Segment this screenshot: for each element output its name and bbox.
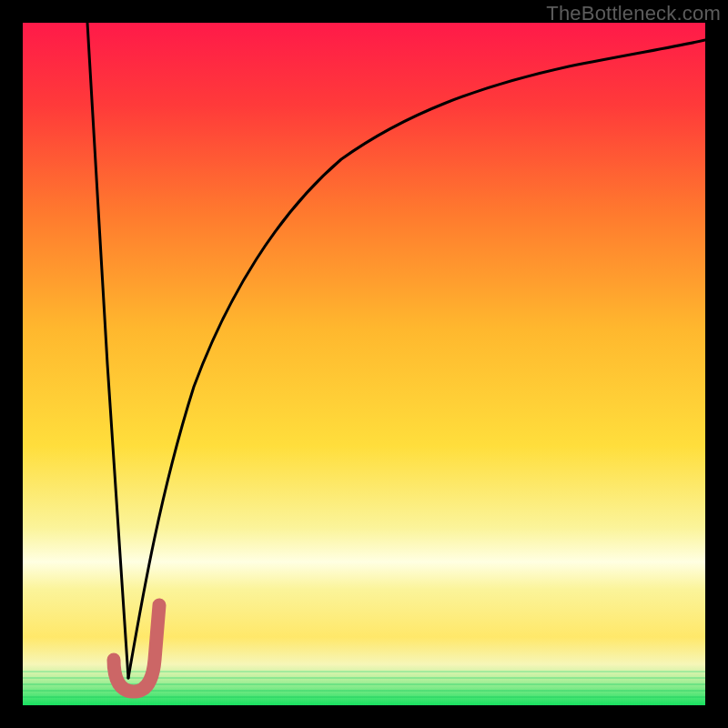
plot-area bbox=[23, 23, 705, 705]
curve-left-descent bbox=[87, 23, 128, 678]
curves bbox=[23, 23, 705, 705]
watermark-text: TheBottleneck.com bbox=[546, 2, 721, 25]
j-marker bbox=[114, 605, 159, 692]
curve-right-ascent bbox=[128, 40, 705, 678]
chart-frame: TheBottleneck.com bbox=[0, 0, 728, 728]
